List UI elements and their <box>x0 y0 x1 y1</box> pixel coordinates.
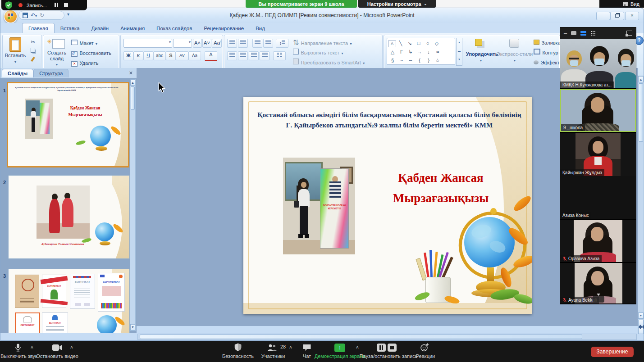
tab-review[interactable]: Рецензирование <box>198 23 250 33</box>
shape-scribble-icon[interactable]: § <box>388 57 397 64</box>
shape-curve-icon[interactable]: ~ <box>397 57 406 64</box>
panel-minimize-icon[interactable]: – <box>564 31 567 36</box>
copy-icon[interactable] <box>28 47 38 56</box>
slide-title-text[interactable]: Қостанай облысы әкімдігі білім басқармас… <box>257 109 522 130</box>
pane-scroll-up-icon[interactable]: ▲ <box>130 79 135 86</box>
font-size-combo[interactable] <box>173 39 192 48</box>
close-button[interactable]: × <box>625 12 639 20</box>
slide-thumbnail-2[interactable]: Аубакирова Толкын Умитовна <box>8 175 130 259</box>
share-options-icon[interactable]: ^ <box>356 346 359 351</box>
view-settings-dropdown[interactable]: Настройки просмотра⌄ <box>358 0 436 8</box>
shapes-gallery[interactable]: A╲↘□○◇ △Γ↳→↓≈ §~∼{}☆ <box>387 38 455 65</box>
shape-rectangle-icon[interactable]: □ <box>414 40 423 47</box>
bold-button[interactable]: Ж <box>123 51 133 60</box>
collapse-panel-button[interactable] <box>593 296 604 303</box>
align-left-icon[interactable] <box>227 51 237 60</box>
gallery-strip-view-icon[interactable] <box>580 31 586 36</box>
shapes-scroll[interactable]: ▲▬▼ <box>456 38 462 66</box>
shape-left-brace-icon[interactable]: { <box>415 57 424 64</box>
shape-elbow-arrow-icon[interactable]: ↳ <box>406 48 415 56</box>
columns-icon[interactable] <box>273 51 286 60</box>
video-tile[interactable]: КМҚК Н.Кулжанова ат... <box>560 39 636 88</box>
person-photo[interactable]: ВОЛОНТЕР БОЛҒАН КЕРЕМЕТ!!! <box>283 158 355 254</box>
vertical-scrollbar[interactable]: ▲ ▼ <box>638 76 644 334</box>
shrink-font-icon[interactable]: A˅ <box>202 39 211 48</box>
decrease-indent-icon[interactable] <box>252 39 262 48</box>
text-direction-button[interactable]: ⇅ Направление текста ▾ <box>293 38 352 47</box>
current-slide[interactable]: Қостанай облысы әкімдігі білім басқармас… <box>243 97 532 314</box>
shape-fill-button[interactable]: Заливка <box>534 38 561 46</box>
change-case-button[interactable]: Aa <box>188 51 201 60</box>
video-tile-camera-off[interactable]: Азиза Коныс <box>560 176 636 219</box>
scroll-up-icon[interactable]: ▲ <box>638 76 644 82</box>
tab-slideshow[interactable]: Показ слайдов <box>151 23 198 33</box>
horizontal-scroll-thumb[interactable] <box>140 335 582 339</box>
tab-home[interactable]: Главная <box>22 23 55 33</box>
tab-insert[interactable]: Вставка <box>55 23 86 33</box>
strikethrough-button[interactable]: abc <box>153 51 166 60</box>
mute-options-icon[interactable]: ^ <box>31 346 33 351</box>
scroll-down-icon[interactable]: ▼ <box>638 312 644 319</box>
numbering-icon[interactable] <box>238 39 248 48</box>
pane-scrollbar[interactable]: ▲ ▼ <box>130 79 136 331</box>
restore-button[interactable] <box>610 12 624 20</box>
shape-outline-button[interactable]: Контур ф <box>534 48 564 56</box>
previous-slide-button[interactable] <box>638 320 644 326</box>
shape-right-brace-icon[interactable]: } <box>424 57 433 64</box>
next-slide-button[interactable] <box>638 327 644 334</box>
slide-thumbnail-3[interactable]: СЕРТИФИКАТ SERTIFIKAT СЕРТИФИКАТ <box>8 269 130 333</box>
shape-triangle-icon[interactable]: △ <box>388 48 397 56</box>
shape-textbox-icon[interactable]: A <box>388 41 396 47</box>
paste-button[interactable]: Вставить ▾ <box>5 37 26 67</box>
stop-recording-icon[interactable] <box>388 344 397 353</box>
text-shadow-button[interactable]: S <box>166 51 176 60</box>
video-tile[interactable]: Оразова Азиза <box>560 220 636 262</box>
video-tile-active-speaker[interactable]: 9 _школа <box>560 89 636 132</box>
arrange-button[interactable]: Упорядочить ▾ <box>466 38 496 70</box>
tab-view[interactable]: Вид <box>250 23 271 33</box>
video-tile[interactable]: Қайыржан Жұлдыз <box>560 133 636 176</box>
bullets-icon[interactable] <box>227 39 237 48</box>
font-name-combo[interactable] <box>123 39 172 48</box>
tab-outline[interactable]: Структура <box>33 69 69 77</box>
tab-animation[interactable]: Анимация <box>114 23 151 33</box>
pane-scroll-down-icon[interactable]: ▼ <box>130 324 135 330</box>
align-text-button[interactable]: Выровнять текст ▾ <box>293 48 343 56</box>
smartart-button[interactable]: Преобразовать в SmartArt ▾ <box>293 58 365 66</box>
shape-arrow-icon[interactable]: ↘ <box>405 40 414 47</box>
horizontal-scrollbar[interactable] <box>137 334 637 340</box>
new-slide-button[interactable]: ✳ Создать слайд ▾ <box>45 37 69 70</box>
align-right-icon[interactable] <box>249 51 259 60</box>
shape-right-arrow-icon[interactable]: → <box>415 48 424 56</box>
align-center-icon[interactable] <box>238 51 248 60</box>
line-spacing-icon[interactable]: ↕ <box>276 39 288 48</box>
pause-recording-topbar-icon[interactable] <box>54 3 59 8</box>
shape-star-icon[interactable]: ☆ <box>433 57 442 64</box>
underline-button[interactable]: Ч <box>143 51 153 60</box>
shape-rounded-rect-icon[interactable]: ◇ <box>432 40 441 47</box>
layout-button[interactable]: Макет ▾ <box>71 39 97 47</box>
shape-diamond-icon[interactable]: ≈ <box>433 48 442 56</box>
stop-recording-topbar-icon[interactable] <box>64 3 68 7</box>
increase-indent-icon[interactable] <box>263 39 273 48</box>
close-pane-icon[interactable]: ✕ <box>129 70 133 76</box>
shape-wave-icon[interactable]: ∼ <box>406 57 415 64</box>
font-color-button[interactable]: A <box>205 51 217 61</box>
justify-icon[interactable] <box>260 51 269 60</box>
pop-out-icon[interactable] <box>626 31 632 36</box>
pane-scroll-thumb[interactable] <box>131 86 135 110</box>
quick-styles-button[interactable]: Экспресс-стили ▾ <box>498 38 532 70</box>
slide-person-name[interactable]: Қабден Жансая Мырзағазықызы <box>387 168 495 208</box>
gallery-grid-view-icon[interactable] <box>590 31 596 36</box>
shape-line-icon[interactable]: ╲ <box>396 40 405 47</box>
video-options-icon[interactable]: ^ <box>70 346 73 351</box>
character-spacing-button[interactable]: AV <box>176 51 188 60</box>
vertical-scroll-thumb[interactable] <box>639 83 643 142</box>
minimize-button[interactable]: – <box>596 12 610 20</box>
clear-formatting-icon[interactable]: Aa̸ <box>212 39 222 48</box>
shape-down-arrow-icon[interactable]: ↓ <box>424 48 433 56</box>
shape-oval-icon[interactable]: ○ <box>423 40 432 47</box>
cut-icon[interactable]: ✂ <box>28 38 38 47</box>
slide-thumbnail-1[interactable]: Қостанай облысы әкімдігі білім басқармас… <box>7 82 129 167</box>
view-button[interactable]: Вид <box>599 0 644 8</box>
